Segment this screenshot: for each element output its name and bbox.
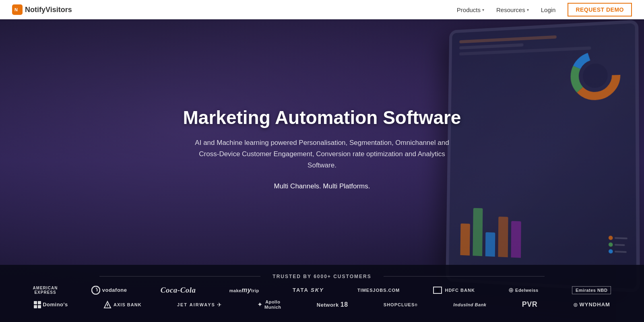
svg-point-6 <box>92 286 100 294</box>
logo-coca-cola: Coca-Cola <box>161 286 196 295</box>
navbar: N NotifyVisitors Products ▾ Resources ▾ … <box>0 0 644 19</box>
nav-links: Products ▾ Resources ▾ Login REQUEST DEM… <box>457 3 632 17</box>
trusted-text: TRUSTED BY 6000+ CUSTOMERS <box>272 274 371 279</box>
logo-vodafone: vodafone <box>91 286 127 295</box>
logos-row-2: Domino's AXIS BANK JET AIRWAYS ✈ ✦ Apoll… <box>16 299 628 310</box>
trusted-line-left <box>99 276 260 277</box>
brand-name: NotifyVisitors <box>25 6 72 14</box>
hero-content: Marketing Automation Software AI and Mac… <box>183 107 461 190</box>
nav-products[interactable]: Products ▾ <box>457 6 484 13</box>
hero-title: Marketing Automation Software <box>183 107 461 128</box>
nav-resources[interactable]: Resources ▾ <box>496 6 529 13</box>
svg-rect-9 <box>34 305 37 308</box>
hero-tagline: Multi Channels. Multi Platforms. <box>183 183 461 191</box>
svg-point-5 <box>583 63 608 88</box>
logos-row-1: AMERICANEXPRESS vodafone Coca-Cola makem… <box>16 286 628 295</box>
logo-wyndham: ⊛ WYNDHAM <box>573 301 610 308</box>
logo-tata-sky: TATA SKY <box>293 287 324 293</box>
svg-text:N: N <box>14 7 18 12</box>
brand-icon: N <box>12 4 23 15</box>
logo-indusind-bank: IndusInd Bank <box>453 302 486 307</box>
brand-logo[interactable]: N NotifyVisitors <box>12 4 72 15</box>
trusted-section: TRUSTED BY 6000+ CUSTOMERS AMERICANEXPRE… <box>0 265 644 322</box>
trusted-line-right <box>384 276 545 277</box>
trusted-header: TRUSTED BY 6000+ CUSTOMERS <box>16 274 628 279</box>
logo-jet-airways: JET AIRWAYS ✈ <box>177 301 222 308</box>
hero-section: Marketing Automation Software AI and Mac… <box>0 0 644 322</box>
nav-login[interactable]: Login <box>541 6 556 13</box>
logo-shopclues: SHOPCLUES® <box>384 302 418 307</box>
dominos-icon <box>34 301 41 308</box>
svg-rect-8 <box>38 301 41 304</box>
products-dropdown-arrow: ▾ <box>482 8 484 12</box>
svg-rect-7 <box>34 301 37 304</box>
logo-axis-bank: AXIS BANK <box>103 301 142 309</box>
logo-timesjobs: TIMESJOBS.COM <box>357 288 400 293</box>
logo-makemytrip: makemytrip <box>229 287 259 294</box>
axis-icon <box>103 301 111 309</box>
logo-hdfc-bank: ⊞ HDFC BANK <box>433 287 475 294</box>
logo-edelweiss: ⊕ Edelweiss <box>508 286 539 294</box>
logo-network18: Network 18 <box>317 301 348 308</box>
vodafone-icon <box>91 286 100 295</box>
logo-apollo-munich: ✦ ApolloMunich <box>257 299 281 310</box>
logo-american-express: AMERICANEXPRESS <box>33 286 58 295</box>
logo-dominos: Domino's <box>34 301 68 308</box>
logo-emirates-nbd: Emirates NBD <box>572 286 611 294</box>
nav-request-demo-button[interactable]: REQUEST DEMO <box>568 3 632 17</box>
hero-subtitle: AI and Machine learning powered Personal… <box>193 137 451 171</box>
svg-rect-10 <box>38 305 41 308</box>
resources-dropdown-arrow: ▾ <box>527 8 529 12</box>
logo-pvr: PVR <box>522 300 538 309</box>
